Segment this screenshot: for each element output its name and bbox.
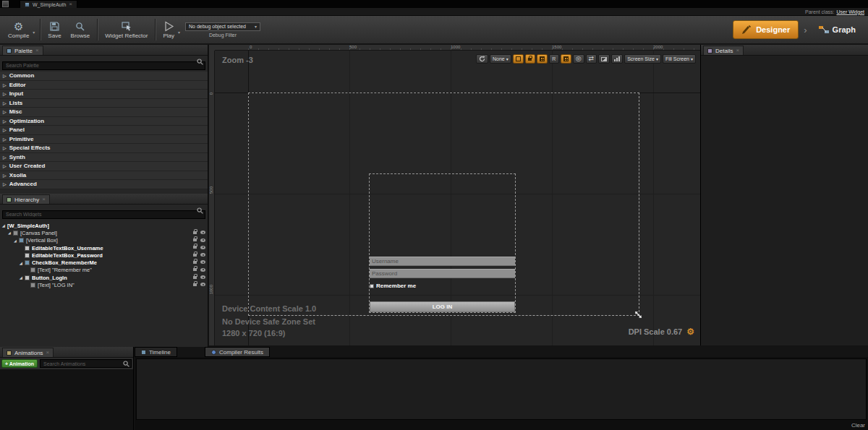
expand-arrow-icon[interactable] [3, 108, 7, 115]
visibility-eye-icon[interactable] [200, 253, 205, 257]
hierarchy-item-canvas-panel[interactable]: [Canvas Panel] [0, 229, 208, 236]
play-dropdown-icon[interactable] [178, 24, 180, 37]
expand-arrow-icon[interactable] [3, 118, 7, 124]
animations-close-icon[interactable] [46, 350, 50, 356]
compile-dropdown-icon[interactable] [33, 24, 35, 37]
resize-handle-icon[interactable] [634, 311, 642, 319]
respect-locks-button[interactable]: R [549, 54, 559, 64]
hierarchy-item-login-button[interactable]: Button_LogIn [0, 274, 208, 281]
preview-background-button[interactable] [598, 54, 610, 64]
lock-icon[interactable] [193, 261, 197, 264]
play-button[interactable]: Play [161, 20, 176, 40]
hierarchy-close-icon[interactable] [42, 197, 46, 202]
palette-category-lists[interactable]: Lists [0, 99, 208, 108]
snap-grid-button[interactable] [561, 54, 571, 64]
palette-category-editor[interactable]: Editor [0, 81, 208, 90]
visibility-eye-icon[interactable] [200, 238, 205, 242]
compiler-results-log[interactable] [136, 358, 867, 420]
graph-mode-button[interactable]: Graph [812, 20, 862, 39]
visibility-eye-icon[interactable] [200, 275, 205, 279]
expander-icon[interactable] [20, 261, 25, 265]
anchor-button[interactable]: ◎ [573, 54, 584, 64]
visibility-eye-icon[interactable] [200, 283, 205, 286]
visibility-eye-icon[interactable] [200, 260, 205, 264]
palette-category-special-effects[interactable]: Special Effects [0, 144, 208, 153]
dpi-settings-gear-icon[interactable]: ⚙ [686, 327, 694, 336]
outline-toggle-button[interactable] [513, 54, 524, 64]
grid-snap-toggle-button[interactable] [537, 54, 548, 64]
palette-category-advanced[interactable]: Advanced [0, 180, 208, 189]
browse-button[interactable]: Browse [69, 20, 93, 40]
hierarchy-item-remember-checkbox[interactable]: CheckBox_RememberMe [0, 259, 208, 266]
timeline-tab[interactable]: Timeline [135, 347, 177, 357]
expand-arrow-icon[interactable] [3, 163, 7, 169]
palette-search-input[interactable] [2, 61, 205, 70]
add-animation-button[interactable]: + Animation [1, 359, 38, 368]
checkbox-box-icon[interactable] [370, 284, 374, 288]
hierarchy-item-username-textbox[interactable]: EditableTextBox_Username [0, 244, 208, 251]
visibility-eye-icon[interactable] [200, 246, 205, 249]
hierarchy-item-vertical-box[interactable]: [Vertical Box] [0, 237, 208, 244]
compile-button[interactable]: ⚙ Compile [6, 20, 31, 40]
palette-category-common[interactable]: Common [0, 72, 208, 81]
palette-close-icon[interactable] [35, 48, 39, 53]
expander-icon[interactable] [8, 231, 13, 235]
lock-icon[interactable] [193, 246, 197, 249]
fill-screen-dropdown[interactable]: Fill Screen [663, 54, 696, 64]
expand-arrow-icon[interactable] [3, 154, 7, 160]
hierarchy-search-input[interactable] [2, 210, 205, 219]
password-textbox-widget[interactable]: Password [370, 269, 515, 278]
hierarchy-item-password-textbox[interactable]: EditableTextBox_Password [0, 251, 208, 259]
hierarchy-item-login-text[interactable]: [Text] "LOG IN" [0, 281, 208, 288]
visibility-eye-icon[interactable] [200, 231, 205, 234]
expand-arrow-icon[interactable] [3, 82, 7, 88]
debug-object-dropdown[interactable]: No debug object selected [185, 22, 260, 31]
lock-icon[interactable] [193, 231, 197, 234]
palette-category-user-created[interactable]: User Created [0, 162, 208, 171]
lock-icon[interactable] [193, 238, 197, 241]
none-dropdown[interactable]: None [490, 54, 511, 64]
document-tab[interactable]: W_SimpleAuth [20, 0, 77, 8]
palette-category-synth[interactable]: Synth [0, 153, 208, 163]
widget-reflector-button[interactable]: Widget Reflector [103, 20, 150, 40]
compiler-results-tab[interactable]: Compiler Results [205, 347, 270, 357]
lock-icon[interactable] [193, 254, 197, 257]
palette-category-panel[interactable]: Panel [0, 126, 208, 135]
username-textbox-widget[interactable]: Username [370, 257, 515, 266]
designer-mode-button[interactable]: Designer [733, 20, 799, 39]
hierarchy-tab[interactable]: Hierarchy [2, 194, 50, 204]
stats-button[interactable] [611, 54, 623, 64]
details-tab[interactable]: Details [703, 46, 744, 55]
expand-arrow-icon[interactable] [3, 90, 7, 97]
expander-icon[interactable] [20, 275, 25, 280]
screen-size-dropdown[interactable]: Screen Size [624, 54, 661, 64]
reset-view-button[interactable] [476, 54, 488, 64]
parent-class-link[interactable]: User Widget [836, 9, 864, 14]
expand-arrow-icon[interactable] [3, 126, 7, 133]
designer-canvas[interactable]: Username Password Remember me LOG IN Zoo… [209, 45, 700, 345]
flip-preview-button[interactable]: ⇄ [586, 54, 597, 64]
palette-tab[interactable]: Palette [2, 46, 43, 55]
expand-arrow-icon[interactable] [3, 100, 7, 106]
animations-tab[interactable]: Animations [2, 348, 54, 357]
hierarchy-item-root[interactable]: [W_SimpleAuth] [0, 222, 208, 229]
expand-arrow-icon[interactable] [3, 136, 7, 142]
expand-arrow-icon[interactable] [3, 172, 7, 179]
lock-toggle-button[interactable] [525, 54, 535, 64]
palette-category-xsolla[interactable]: Xsolla [0, 171, 208, 181]
save-button[interactable]: Save [46, 20, 63, 40]
lock-icon[interactable] [193, 283, 197, 286]
expand-arrow-icon[interactable] [3, 72, 7, 79]
clear-button[interactable]: Clear [851, 422, 865, 429]
hierarchy-item-remember-text[interactable]: [Text] "Remember me" [0, 267, 208, 274]
palette-category-optimization[interactable]: Optimization [0, 117, 208, 126]
palette-category-input[interactable]: Input [0, 90, 208, 99]
remember-me-widget[interactable]: Remember me [370, 283, 416, 289]
lock-icon[interactable] [193, 268, 197, 271]
animations-list-empty[interactable] [0, 369, 133, 430]
expand-arrow-icon[interactable] [3, 145, 7, 151]
tab-close-icon[interactable] [69, 1, 72, 7]
vertical-box-outline[interactable] [369, 173, 516, 313]
details-close-icon[interactable] [736, 48, 739, 53]
lock-icon[interactable] [193, 276, 197, 279]
